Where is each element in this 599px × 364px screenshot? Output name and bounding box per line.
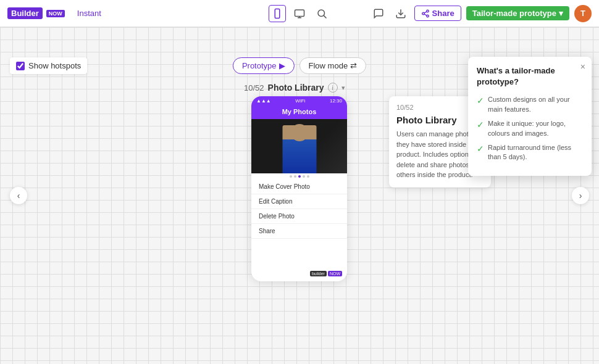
logo-builder-text: Builder	[7, 7, 43, 19]
tailor-feature-text-1: Make it unique: your logo, colours and i…	[488, 119, 583, 138]
menu-item-3[interactable]: Share	[251, 224, 347, 239]
tailor-feature-text-0: Custom designs on all your main features…	[488, 95, 583, 114]
header: Builder NOW Instant Share Tailor-made pr…	[0, 0, 599, 27]
phone-photo	[251, 119, 347, 173]
hotspot-checkbox-container[interactable]: Show hotspots	[10, 57, 87, 74]
tailor-popup-title: What's a tailor-made prototype?	[477, 65, 583, 88]
phone-footer: builder NOW	[310, 271, 342, 276]
dot-5	[307, 175, 309, 178]
phone-dots	[251, 173, 347, 180]
prototype-button[interactable]: Prototype ▶	[233, 57, 295, 74]
hotspot-checkbox-input[interactable]	[16, 62, 25, 70]
tailor-popup-close-button[interactable]: ×	[580, 62, 585, 72]
screen-info: 10/52 Photo Library i ▾	[244, 83, 345, 93]
header-right: Share Tailor-made prototype ▾ T	[370, 5, 592, 22]
screen-info-icon[interactable]: i	[328, 83, 338, 93]
tailor-check-icon-1: ✓	[477, 120, 484, 130]
zoom-button[interactable]	[313, 5, 330, 22]
phone-wifi-icon: WiFi	[295, 98, 305, 104]
tailor-feature-0: ✓ Custom designs on all your main featur…	[477, 95, 583, 114]
svg-rect-0	[275, 9, 280, 18]
share-button[interactable]: Share	[414, 6, 461, 21]
phone-time: 12:30	[330, 98, 342, 104]
tailor-feature-text-2: Rapid turnaround time (less than 5 days)…	[488, 143, 583, 162]
menu-item-1[interactable]: Edit Caption	[251, 194, 347, 209]
comment-button[interactable]	[370, 5, 387, 22]
dot-4	[303, 175, 305, 178]
phone-signal-icon: ▲▲▲	[256, 98, 271, 104]
tailor-label: Tailor-made prototype	[472, 9, 556, 18]
canvas: Show hotspots Prototype ▶ Flow mode ⇄ 10…	[0, 27, 599, 364]
phone-mockup: ▲▲▲ WiFi 12:30 My Photos Make Cover Phot…	[251, 96, 347, 281]
phone-footer-badge: NOW	[328, 271, 342, 276]
prev-screen-button[interactable]: ‹	[10, 187, 27, 204]
tailor-prototype-button[interactable]: Tailor-made prototype ▾	[466, 6, 569, 20]
svg-point-5	[318, 10, 325, 17]
svg-line-6	[324, 15, 326, 18]
logo: Builder NOW	[7, 7, 65, 19]
share-label: Share	[432, 9, 454, 18]
prototype-play-icon: ▶	[279, 61, 285, 70]
menu-item-2[interactable]: Delete Photo	[251, 209, 347, 224]
phone-header-title: My Photos	[282, 108, 317, 115]
tailor-feature-2: ✓ Rapid turnaround time (less than 5 day…	[477, 143, 583, 162]
svg-point-9	[422, 12, 424, 15]
svg-line-12	[424, 11, 427, 12]
flow-mode-label: Flow mode	[309, 61, 348, 70]
tailor-check-icon-2: ✓	[477, 144, 484, 154]
logo-now-badge: NOW	[46, 10, 65, 17]
menu-item-0[interactable]: Make Cover Photo	[251, 180, 347, 194]
prototype-label: Prototype	[242, 61, 277, 70]
hotspot-checkbox-label[interactable]: Show hotspots	[28, 61, 81, 70]
tailor-feature-1: ✓ Make it unique: your logo, colours and…	[477, 119, 583, 138]
toolbar-row: Prototype ▶ Flow mode ⇄	[233, 57, 366, 74]
svg-line-11	[424, 14, 427, 15]
phone-status-bar: ▲▲▲ WiFi 12:30	[251, 96, 347, 105]
flow-mode-icon: ⇄	[350, 61, 357, 70]
phone-header-bar: My Photos	[251, 105, 347, 119]
svg-point-10	[426, 15, 429, 17]
dot-2	[294, 175, 296, 178]
screen-counter: 10/52	[244, 83, 264, 93]
download-button[interactable]	[392, 5, 409, 22]
phone-photo-head	[291, 124, 308, 141]
tailor-popup: × What's a tailor-made prototype? ✓ Cust…	[468, 57, 592, 176]
next-screen-button[interactable]: ›	[572, 187, 589, 204]
dot-3	[298, 175, 301, 178]
tailor-chevron-icon: ▾	[559, 9, 563, 18]
avatar[interactable]: T	[574, 5, 592, 22]
dot-1	[290, 175, 292, 178]
instant-label: Instant	[77, 9, 101, 18]
mobile-view-button[interactable]	[269, 5, 286, 22]
screen-chevron-icon[interactable]: ▾	[341, 84, 345, 92]
svg-point-8	[426, 10, 429, 12]
phone-footer-logo: builder	[310, 271, 327, 276]
flow-mode-button[interactable]: Flow mode ⇄	[300, 57, 367, 74]
desktop-view-button[interactable]	[291, 5, 308, 22]
svg-rect-2	[295, 10, 304, 17]
tailor-check-icon-0: ✓	[477, 96, 484, 105]
screen-title: Photo Library	[268, 83, 324, 93]
header-center-icons	[269, 5, 330, 22]
